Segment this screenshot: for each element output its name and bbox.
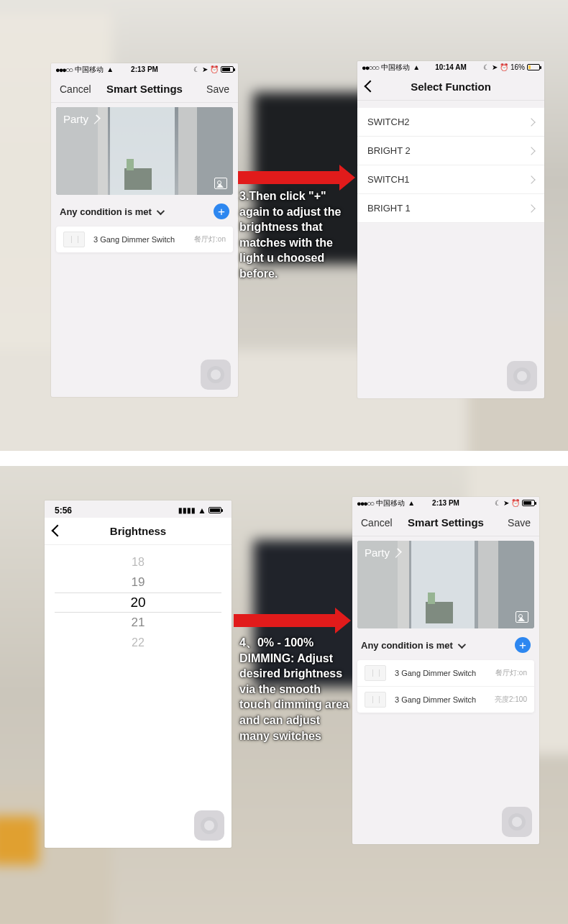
signal-dots-icon: ●●○○○ bbox=[362, 63, 378, 72]
status-right: ☾ ➤ ⏰ bbox=[495, 499, 535, 507]
phone-smart-settings: ●●●○○ 中国移动 ▲ 2:13 PM ☾ ➤ ⏰ Cancel Smart … bbox=[51, 63, 238, 397]
assistive-touch-button[interactable] bbox=[502, 807, 532, 837]
status-time: 5:56 bbox=[55, 506, 72, 516]
battery-icon bbox=[221, 66, 234, 73]
panel-top: ●●●○○ 中国移动 ▲ 2:13 PM ☾ ➤ ⏰ Cancel Smart … bbox=[0, 0, 568, 451]
moon-icon: ☾ bbox=[193, 65, 200, 73]
image-icon[interactable] bbox=[214, 178, 227, 189]
list-item[interactable]: BRIGHT 1 bbox=[357, 194, 544, 223]
back-button[interactable] bbox=[366, 81, 405, 93]
battery-icon bbox=[522, 500, 535, 506]
signal-dots-icon: ●●●○○ bbox=[55, 65, 72, 74]
save-button[interactable]: Save bbox=[492, 517, 531, 529]
condition-button[interactable]: Any condition is met bbox=[361, 640, 464, 651]
location-icon: ➤ bbox=[492, 63, 498, 71]
phone-smart-settings-b: ●●●○○ 中国移动 ▲ 2:13 PM ☾ ➤ ⏰ Cancel Smart … bbox=[352, 497, 539, 844]
svg-rect-16 bbox=[0, 816, 39, 865]
function-list: SWITCH2 BRIGHT 2 SWITCH1 BRIGHT 1 bbox=[357, 108, 544, 223]
panel-bottom: 5:56 ▮▮▮▮ ▲ Brightness 18 19 20 21 22 ●●… bbox=[0, 466, 568, 924]
brightness-picker[interactable]: 18 19 20 21 22 bbox=[55, 552, 221, 653]
device-state: 餐厅灯:on bbox=[194, 234, 226, 244]
list-item[interactable]: SWITCH1 bbox=[357, 165, 544, 194]
chevron-right-icon bbox=[527, 118, 535, 126]
scene-title-text: Party bbox=[63, 113, 88, 125]
location-icon: ➤ bbox=[503, 499, 509, 507]
wifi-icon: ▲ bbox=[408, 499, 415, 507]
pencil-icon[interactable] bbox=[91, 114, 101, 124]
red-arrow-icon bbox=[234, 614, 338, 627]
chevron-left-icon bbox=[52, 524, 64, 536]
actions-card: 3 Gang Dimmer Switch 餐厅灯:on 3 Gang Dimme… bbox=[357, 660, 534, 713]
battery-percent: 16% bbox=[510, 63, 525, 71]
save-button[interactable]: Save bbox=[191, 83, 229, 95]
nav-title: Smart Settings bbox=[106, 83, 183, 95]
assistive-touch-button[interactable] bbox=[194, 810, 224, 841]
action-row[interactable]: 3 Gang Dimmer Switch 餐厅灯:on bbox=[56, 227, 233, 252]
status-right: ☾ ➤ ⏰ 16% bbox=[483, 63, 540, 71]
add-condition-button[interactable]: + bbox=[214, 203, 229, 219]
red-arrow-icon bbox=[238, 171, 342, 184]
carrier-label: 中国移动 bbox=[381, 63, 410, 73]
cancel-button[interactable]: Cancel bbox=[60, 83, 99, 95]
image-icon[interactable] bbox=[516, 611, 528, 623]
assistive-touch-button[interactable] bbox=[507, 361, 537, 391]
device-thumb-icon bbox=[365, 692, 386, 708]
list-item-label: SWITCH2 bbox=[367, 116, 410, 127]
device-name: 3 Gang Dimmer Switch bbox=[395, 669, 495, 677]
status-right: ☾ ➤ ⏰ bbox=[193, 65, 234, 73]
scene-hero[interactable]: Party bbox=[357, 541, 534, 628]
scene-title: Party bbox=[63, 113, 100, 125]
list-item[interactable]: SWITCH2 bbox=[357, 108, 544, 137]
status-right: ▮▮▮▮ ▲ bbox=[178, 506, 221, 516]
status-time: 2:13 PM bbox=[432, 499, 459, 507]
nav-title: Brightness bbox=[110, 525, 166, 537]
back-button[interactable] bbox=[53, 526, 92, 537]
chevron-left-icon bbox=[365, 80, 377, 92]
device-state: 亮度2:100 bbox=[495, 695, 527, 705]
nav-bar: Brightness bbox=[45, 518, 232, 545]
list-item-label: SWITCH1 bbox=[367, 174, 410, 185]
scene-title-text: Party bbox=[365, 546, 390, 559]
assistive-touch-button[interactable] bbox=[201, 360, 231, 390]
battery-icon bbox=[527, 64, 540, 70]
pencil-icon[interactable] bbox=[392, 548, 402, 558]
alarm-icon: ⏰ bbox=[210, 65, 219, 73]
action-row[interactable]: 3 Gang Dimmer Switch 餐厅灯:on bbox=[357, 660, 534, 686]
cancel-button[interactable]: Cancel bbox=[361, 517, 400, 529]
nav-title: Smart Settings bbox=[408, 516, 484, 529]
list-item[interactable]: BRIGHT 2 bbox=[357, 137, 544, 165]
location-icon: ➤ bbox=[202, 65, 208, 73]
status-bar: ●●●○○ 中国移动 ▲ 2:13 PM ☾ ➤ ⏰ bbox=[352, 497, 539, 509]
status-bar: ●●○○○ 中国移动 ▲ 10:14 AM ☾ ➤ ⏰ 16% bbox=[357, 61, 544, 73]
condition-header: Any condition is met + bbox=[352, 628, 539, 660]
status-bar: 5:56 ▮▮▮▮ ▲ bbox=[45, 500, 232, 518]
svg-rect-25 bbox=[428, 593, 435, 604]
instruction-text: 3.Then click "+" again to adjust the bri… bbox=[239, 188, 354, 282]
signal-dots-icon: ●●●○○ bbox=[357, 499, 373, 508]
picker-value: 19 bbox=[132, 572, 145, 593]
add-condition-button[interactable]: + bbox=[515, 637, 531, 653]
condition-header: Any condition is met + bbox=[51, 195, 238, 227]
nav-bar: Select Function bbox=[357, 73, 544, 101]
svg-rect-12 bbox=[127, 159, 134, 170]
scene-hero[interactable]: Party bbox=[56, 107, 233, 195]
condition-label: Any condition is met bbox=[361, 640, 453, 651]
chevron-right-icon bbox=[527, 204, 535, 212]
list-item-label: BRIGHT 1 bbox=[367, 203, 411, 214]
list-item-label: BRIGHT 2 bbox=[367, 145, 411, 156]
nav-title: Select Function bbox=[411, 81, 491, 93]
nav-bar: Cancel Smart Settings Save bbox=[51, 76, 238, 103]
condition-label: Any condition is met bbox=[60, 206, 152, 217]
action-row[interactable]: 3 Gang Dimmer Switch 亮度2:100 bbox=[357, 686, 534, 713]
chevron-right-icon bbox=[527, 175, 535, 183]
moon-icon: ☾ bbox=[483, 63, 490, 71]
chevron-right-icon bbox=[527, 147, 535, 155]
svg-rect-21 bbox=[478, 541, 500, 628]
device-state: 餐厅灯:on bbox=[495, 668, 527, 678]
status-time: 10:14 AM bbox=[435, 63, 467, 71]
condition-button[interactable]: Any condition is met bbox=[60, 206, 162, 217]
status-time: 2:13 PM bbox=[131, 65, 158, 73]
moon-icon: ☾ bbox=[495, 499, 501, 507]
device-name: 3 Gang Dimmer Switch bbox=[395, 695, 495, 704]
picker-value: 18 bbox=[132, 552, 145, 572]
